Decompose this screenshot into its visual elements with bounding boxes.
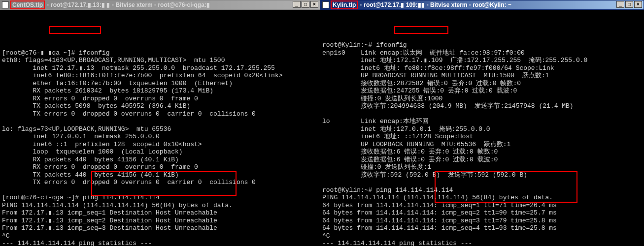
minimize-button[interactable]: _ <box>616 1 624 8</box>
terminal-line: inet6 地址: fe80::f8ce:98ff:fe97:f000/64 S… <box>322 64 642 72</box>
terminal-line: UP BROADCAST RUNNING MULTICAST MTU:1500 … <box>322 72 642 80</box>
left-title-text: CentOS.tlp - root@172.17.▮.13:▮ ▮ - Bitv… <box>10 0 210 9</box>
terminal-line: 碰撞:0 发送队列长度:1000 <box>322 95 642 103</box>
terminal-line: lo: flags=73<UP,LOOPBACK,RUNNING> mtu 65… <box>2 125 318 133</box>
terminal-line: ether fa:16:f0:7e:7b:00 txqueuelen 1000 … <box>2 80 318 88</box>
terminal-line: 64 bytes from 114.114.114.114: icmp_seq=… <box>322 202 642 210</box>
terminal-line: loop txqueuelen 1000 (Local Loopback) <box>2 148 318 156</box>
terminal-line <box>2 186 318 194</box>
terminal-line: inet 172.17.▮.13 netmask 255.255.0.0 bro… <box>2 64 318 72</box>
terminal-line: From 172.17.▮.13 icmp_seq=3 Destination … <box>2 224 318 232</box>
terminal-line: 64 bytes from 114.114.114.114: icmp_seq=… <box>322 209 642 217</box>
right-terminal-window: Kylin.tlp - root@172.17.▮ 109:▮▮ - Bitvi… <box>320 0 644 246</box>
terminal-line: 接收数据包:2872582 错误:0 丢弃:0 过载:0 帧数:0 <box>322 80 642 88</box>
terminal-line: lo Link encap:本地环回 <box>322 118 642 125</box>
window-controls: _ □ × <box>616 1 642 8</box>
terminal-line: [root@c76-ci-qga ~]# ping 114.114.114.11… <box>2 194 318 202</box>
left-title-conn: root@172.17.▮.13:▮ ▮ <box>51 1 110 8</box>
terminal-line: 发送数据包:6 错误:0 丢弃:0 过载:0 载波:0 <box>322 156 642 164</box>
close-button[interactable]: × <box>310 1 318 8</box>
left-ip-highlight <box>49 26 101 34</box>
right-ip-highlight <box>394 26 448 34</box>
minimize-button[interactable]: _ <box>293 1 301 8</box>
separator-dash: - <box>360 1 362 8</box>
window-icon <box>2 1 9 8</box>
terminal-line <box>322 110 642 118</box>
terminal-line: enp1s0 Link encap:以太网 硬件地址 fa:ce:98:97:f… <box>322 49 642 57</box>
terminal-line: 碰撞:0 发送队列长度:1 <box>322 163 642 171</box>
left-terminal-body[interactable]: [root@c76-▮ ▮qa ~]# ifconfigeth0: flags=… <box>0 10 320 246</box>
terminal-line: 接收字节:592 (592.0 B) 发送字节:592 (592.0 B) <box>322 171 642 179</box>
terminal-line <box>322 179 642 186</box>
terminal-line: ^C <box>322 232 642 240</box>
terminal-line: 接收字节:204994638 (204.9 MB) 发送字节:21457948 … <box>322 102 642 110</box>
window-controls: _ □ × <box>293 1 318 8</box>
terminal-line: 接收数据包:6 错误:0 丢弃:0 过载:0 帧数:0 <box>322 148 642 156</box>
terminal-line: PING 114.114.114.114 (114.114.114.114) 5… <box>322 194 642 202</box>
terminal-line: RX errors 0 dropped 0 overruns 0 frame 0 <box>2 95 318 103</box>
terminal-line: UP LOOPBACK RUNNING MTU:65536 跃点数:1 <box>322 141 642 149</box>
terminal-line: TX packets 5098 bytes 405952 (396.4 KiB) <box>2 102 318 110</box>
right-title-file: Kylin.tlp <box>331 0 358 9</box>
terminal-line: --- 114.114.114.114 ping statistics --- <box>2 240 318 246</box>
separator-dash: - <box>47 1 49 8</box>
terminal-line: inet 地址:172.17.▮.109 广播:172.17.255.255 掩… <box>322 57 642 64</box>
right-title-rest: - Bitvise xterm - root@Kylin: ~ <box>427 1 511 8</box>
terminal-line: TX errors 0 dropped 0 overruns 0 carrier… <box>2 179 318 186</box>
terminal-line <box>2 118 318 125</box>
window-icon <box>322 1 329 8</box>
terminal-line: root@Kylin:~# ping 114.114.114.114 <box>322 186 642 194</box>
left-title-file: CentOS.tlp <box>10 0 45 9</box>
terminal-line: ^C <box>2 232 318 240</box>
maximize-button[interactable]: □ <box>625 1 633 8</box>
terminal-line: From 172.17.▮.13 icmp_seq=2 Destination … <box>2 217 318 225</box>
terminal-line: TX errors 0 dropped 0 overruns 0 carrier… <box>2 110 318 118</box>
terminal-line: inet6 地址: ::1/128 Scope:Host <box>322 133 642 141</box>
right-title-text: Kylin.tlp - root@172.17.▮ 109:▮▮ - Bitvi… <box>331 0 511 9</box>
terminal-line: 64 bytes from 114.114.114.114: icmp_seq=… <box>322 217 642 225</box>
left-terminal-window: CentOS.tlp - root@172.17.▮.13:▮ ▮ - Bitv… <box>0 0 320 246</box>
left-title-rest: - Bitvise xterm - root@c76-ci-qga:▮ <box>112 1 210 8</box>
close-button[interactable]: × <box>634 1 642 8</box>
left-titlebar[interactable]: CentOS.tlp - root@172.17.▮.13:▮ ▮ - Bitv… <box>0 0 320 10</box>
terminal-line: inet6 ::1 prefixlen 128 scopeid 0x10<hos… <box>2 141 318 149</box>
terminal-line: RX packets 440 bytes 41156 (40.1 KiB) <box>2 156 318 164</box>
right-titlebar[interactable]: Kylin.tlp - root@172.17.▮ 109:▮▮ - Bitvi… <box>320 0 644 10</box>
right-terminal-body[interactable]: root@Kylin:~# ifconfigenp1s0 Link encap:… <box>320 10 644 246</box>
terminal-line: RX errors 0 dropped 0 overruns 0 frame 0 <box>2 163 318 171</box>
terminal-line: 发送数据包:247255 错误:0 丢弃:0 过载:0 载波:0 <box>322 87 642 95</box>
terminal-line: root@Kylin:~# ifconfig <box>322 41 642 49</box>
terminal-line: inet 127.0.0.1 netmask 255.0.0.0 <box>2 133 318 141</box>
right-title-conn: root@172.17.▮ 109:▮▮ <box>364 1 424 8</box>
terminal-line: From 172.17.▮.13 icmp_seq=1 Destination … <box>2 209 318 217</box>
terminal-line: --- 114.114.114.114 ping statistics --- <box>322 240 642 246</box>
window-pair: CentOS.tlp - root@172.17.▮.13:▮ ▮ - Bitv… <box>0 0 644 246</box>
terminal-line: 64 bytes from 114.114.114.114: icmp_seq=… <box>322 224 642 232</box>
terminal-line: [root@c76-▮ ▮qa ~]# ifconfig <box>2 49 318 57</box>
terminal-line: RX packets 2610342 bytes 181829795 (173.… <box>2 87 318 95</box>
terminal-line: eth0: flags=4163<UP,BROADCAST,RUNNING,MU… <box>2 57 318 64</box>
maximize-button[interactable]: □ <box>302 1 309 8</box>
terminal-line: PING 114.114.114.114 (114.114.114.114) 5… <box>2 202 318 210</box>
terminal-line: inet6 fe80::f816:f0ff:fe7e:7b00 prefixle… <box>2 72 318 80</box>
terminal-line: TX packets 440 bytes 41156 (40.1 KiB) <box>2 171 318 179</box>
terminal-line: inet 地址:127.0.0.1 掩码:255.0.0.0 <box>322 125 642 133</box>
